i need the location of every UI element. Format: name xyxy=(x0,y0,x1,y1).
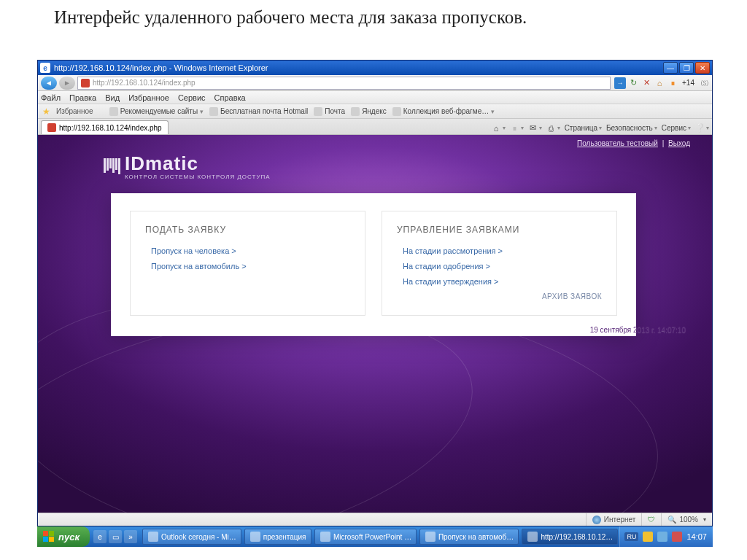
logo-subtext: КОНТРОЛ СИСТЕМЫ КОНТРОЛЯ ДОСТУПА xyxy=(125,174,271,180)
refresh-icon[interactable]: ↻ xyxy=(628,78,638,88)
system-tray: RU 14:07 xyxy=(619,526,713,547)
link-stage-approval[interactable]: На стадии одобрения > xyxy=(397,262,602,271)
link-archive[interactable]: АРХИВ ЗАЯВОК xyxy=(397,292,602,300)
rss-icon[interactable]: ∎ xyxy=(667,78,678,88)
ie-icon xyxy=(527,532,538,542)
menu-file[interactable]: Файл xyxy=(41,93,61,102)
menu-help[interactable]: Справка xyxy=(214,93,246,102)
card-manage-requests: УПРАВЛЕНИЕ ЗАЯВКАМИ На стадии рассмотрен… xyxy=(382,211,617,316)
powerpoint-icon xyxy=(320,532,330,542)
tool-service[interactable]: Сервис▾ xyxy=(662,124,691,132)
status-zone: Интернет xyxy=(586,513,642,526)
windows-taskbar: пуск e ▭ » Outlook сегодня - Mi… презент… xyxy=(37,526,713,547)
menu-edit[interactable]: Правка xyxy=(69,93,96,102)
task-doc[interactable]: Пропуск на автомоб… xyxy=(419,529,519,545)
tool-page[interactable]: Страница▾ xyxy=(565,124,602,132)
current-user-link[interactable]: Пользователь тестовый xyxy=(577,139,658,147)
link-vehicle-pass[interactable]: Пропуск на автомобиль > xyxy=(145,262,350,271)
user-bar: Пользователь тестовый | Выход xyxy=(577,139,690,147)
zoom-icon: 🔍 xyxy=(667,516,676,524)
tray-icon[interactable] xyxy=(672,532,682,542)
quick-launch: e ▭ » xyxy=(90,530,141,543)
status-protected: 🛡 xyxy=(641,513,661,526)
card-title: УПРАВЛЕНИЕ ЗАЯВКАМИ xyxy=(397,225,602,235)
mail-icon: ✉ xyxy=(528,123,538,133)
tab-site-icon xyxy=(47,123,56,132)
ie-app-icon: e xyxy=(40,63,50,73)
menu-view[interactable]: Вид xyxy=(105,93,120,102)
start-button[interactable]: пуск xyxy=(37,526,90,547)
logout-link[interactable]: Выход xyxy=(668,139,690,147)
ie-favorites-bar: ★ Избранное Рекомендуемые сайты▾ Бесплат… xyxy=(38,104,712,119)
ie-navbar: ◄ ► http://192.168.10.124/index.php → ↻ … xyxy=(38,75,712,91)
ql-ie-icon[interactable]: e xyxy=(93,530,107,543)
ql-desktop-icon[interactable]: ▭ xyxy=(109,530,122,543)
tool-home[interactable]: ⌂▾ xyxy=(492,123,506,133)
favlink-recommended[interactable]: Рекомендуемые сайты▾ xyxy=(109,107,204,116)
close-button[interactable]: ✕ xyxy=(695,62,710,74)
ie-menubar: Файл Правка Вид Избранное Сервис Справка xyxy=(38,91,712,104)
home-icon: ⌂ xyxy=(492,123,501,133)
favorites-label[interactable]: Избранное xyxy=(56,107,93,115)
status-zoom[interactable]: 🔍100%▾ xyxy=(661,513,712,526)
tab-label: http://192.168.10.124/index.php xyxy=(59,124,162,132)
nav-back-button[interactable]: ◄ xyxy=(41,77,57,90)
task-outlook[interactable]: Outlook сегодня - Mi… xyxy=(142,529,241,545)
browser-tab[interactable]: http://192.168.10.124/index.php xyxy=(41,120,169,134)
task-ie[interactable]: http://192.168.10.12… xyxy=(522,529,618,545)
tab-toolbar: ⌂▾ ∎▾ ✉▾ ⎙▾ Страница▾ Безопасность▾ Серв… xyxy=(492,123,709,134)
minimize-button[interactable]: — xyxy=(663,62,678,74)
card-title: ПОДАТЬ ЗАЯВКУ xyxy=(145,225,350,235)
task-powerpoint[interactable]: Microsoft PowerPoint … xyxy=(314,529,417,545)
windows-logo-icon xyxy=(43,531,55,542)
doc-icon xyxy=(425,532,436,542)
ie-titlebar: e http://192.168.10.124/index.php - Wind… xyxy=(38,61,712,75)
stop-icon[interactable]: ✕ xyxy=(641,78,651,88)
language-indicator[interactable]: RU xyxy=(624,532,638,541)
idmatic-logo: IDmatic КОНТРОЛ СИСТЕМЫ КОНТРОЛЯ ДОСТУПА xyxy=(104,152,271,180)
ie-window-title: http://192.168.10.124/index.php - Window… xyxy=(54,63,268,72)
logo-text: IDmatic xyxy=(125,152,271,175)
favlink-pochta[interactable]: Почта xyxy=(314,107,345,116)
favlink-webfrag[interactable]: Коллекция веб-фрагме…▾ xyxy=(392,107,495,116)
tray-icon[interactable] xyxy=(657,532,667,542)
settings-icon[interactable]: 🄢 xyxy=(699,78,709,88)
favlink-hotmail[interactable]: Бесплатная почта Hotmail xyxy=(209,107,308,116)
outlook-icon xyxy=(148,532,158,542)
ie-window: e http://192.168.10.124/index.php - Wind… xyxy=(37,60,713,526)
task-folder[interactable]: презентация xyxy=(244,529,311,545)
tool-print[interactable]: ⎙▾ xyxy=(546,123,560,133)
favorites-star-icon[interactable]: ★ xyxy=(42,106,50,117)
shield-icon: 🛡 xyxy=(648,516,655,524)
ie-tabstrip: http://192.168.10.124/index.php ⌂▾ ∎▾ ✉▾… xyxy=(38,119,712,135)
maximize-button[interactable]: ❐ xyxy=(679,62,694,74)
ie-statusbar: Интернет 🛡 🔍100%▾ xyxy=(38,513,712,526)
start-label: пуск xyxy=(58,532,80,542)
globe-icon xyxy=(592,516,601,524)
tool-help[interactable]: ❔▾ xyxy=(695,123,709,133)
address-bar[interactable]: http://192.168.10.124/index.php xyxy=(77,77,611,90)
tray-icon[interactable] xyxy=(643,532,653,542)
link-stage-review[interactable]: На стадии рассмотрения > xyxy=(397,246,602,255)
menu-favorites[interactable]: Избранное xyxy=(128,93,169,102)
popup-counter: +14 xyxy=(681,79,696,87)
tool-safety[interactable]: Безопасность▾ xyxy=(606,124,657,132)
link-stage-confirm[interactable]: На стадии утверждения > xyxy=(397,277,602,286)
print-icon: ⎙ xyxy=(546,123,556,133)
card-submit-request: ПОДАТЬ ЗАЯВКУ Пропуск на человека > Проп… xyxy=(130,211,365,316)
ql-app-icon[interactable]: » xyxy=(124,530,137,543)
nav-forward-button[interactable]: ► xyxy=(59,77,75,90)
address-text: http://192.168.10.124/index.php xyxy=(93,79,196,87)
slide-heading: Интерфейс удаленного рабочего места для … xyxy=(0,0,747,34)
home-icon[interactable]: ⌂ xyxy=(654,78,665,88)
menu-tools[interactable]: Сервис xyxy=(178,93,206,102)
taskbar-clock[interactable]: 14:07 xyxy=(686,532,707,541)
site-icon xyxy=(81,79,90,88)
logo-mark-icon xyxy=(104,158,120,174)
page-timestamp: 19 сентября 2013 г. 14:07:10 xyxy=(590,326,686,334)
go-button[interactable]: → xyxy=(614,77,626,89)
tool-feeds[interactable]: ∎▾ xyxy=(510,123,524,133)
favlink-yandex[interactable]: Яндекс xyxy=(351,107,387,116)
tool-mail[interactable]: ✉▾ xyxy=(528,123,542,133)
link-person-pass[interactable]: Пропуск на человека > xyxy=(145,246,350,255)
